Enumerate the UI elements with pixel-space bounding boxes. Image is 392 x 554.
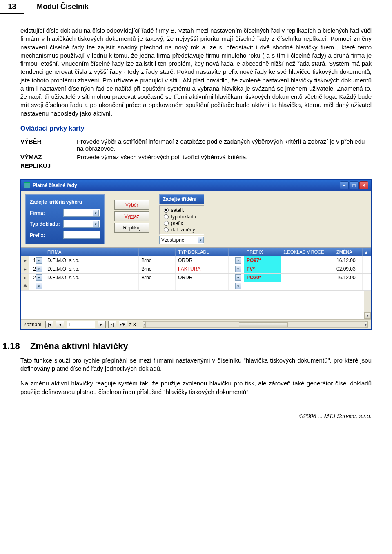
row-selector-new[interactable] xyxy=(21,282,29,290)
cell-typ-dd[interactable]: ▾ xyxy=(229,265,244,273)
chevron-down-icon[interactable]: ▾ xyxy=(36,274,42,281)
record-total: z 3 xyxy=(129,322,136,327)
close-button[interactable]: × xyxy=(359,181,368,189)
cell-scroll-gutter xyxy=(363,256,370,265)
sort-order-value: Vzestupně xyxy=(161,237,185,243)
cell-typ[interactable]: ORDR xyxy=(176,274,229,282)
cell-firma[interactable]: D.E.M.O. s.r.o. xyxy=(45,265,139,273)
cell-doklad[interactable] xyxy=(281,265,334,273)
row-selector[interactable]: ▸ xyxy=(21,265,29,273)
row-selector[interactable]: ▸ xyxy=(21,256,29,265)
cell-misto[interactable]: Brno xyxy=(139,274,176,282)
window-title: Platné číselné řady xyxy=(33,182,77,188)
col-selector xyxy=(21,248,29,256)
nav-prev-button[interactable]: ◂ xyxy=(56,321,64,328)
definitions-list: VÝBĚR Provede výběr a setřídění informac… xyxy=(20,138,372,169)
scroll-left-icon[interactable]: ◂ xyxy=(143,321,146,328)
cell-scroll-gutter xyxy=(363,274,370,282)
row-selector[interactable]: ▸ xyxy=(21,274,29,282)
cell-firma[interactable]: D.E.M.O. s.r.o. xyxy=(45,274,139,282)
radio-icon xyxy=(164,227,169,232)
chevron-down-icon[interactable]: ▾ xyxy=(235,283,241,289)
record-label: Záznam: xyxy=(24,322,43,327)
minimize-button[interactable]: – xyxy=(340,181,349,189)
header-title: Modul Číselník xyxy=(24,0,89,14)
cell-doklad[interactable] xyxy=(281,256,334,265)
maximize-button[interactable]: □ xyxy=(350,181,359,189)
cell-prefix[interactable]: FV* xyxy=(244,265,281,273)
cell-typ-dd[interactable]: ▾ xyxy=(229,274,244,282)
radio-prefix[interactable]: prefix xyxy=(164,220,200,226)
grid-header: FIRMA TYP DOKLADU PREFIX 1.DOKLAD V ROCE… xyxy=(21,248,371,256)
cell-zmena[interactable]: 16.12.00 xyxy=(334,274,363,282)
table-row[interactable]: ▸2 ▾D.E.M.O. s.r.o.BrnoORDR▾PO20*16.12.0… xyxy=(21,274,371,282)
cell-num[interactable]: 2 ▾ xyxy=(29,274,45,282)
input-prefix[interactable] xyxy=(63,231,100,239)
chevron-down-icon[interactable]: ▾ xyxy=(235,266,241,272)
table-row-new[interactable]: ▾▾ xyxy=(21,282,371,291)
table-row[interactable]: ▸2 ▾D.E.M.O. s.r.o.BrnoFAKTURA▾FV*02.09.… xyxy=(21,265,371,274)
horizontal-scrollbar[interactable]: ◂ ▸ xyxy=(143,321,368,328)
chevron-down-icon[interactable]: ▾ xyxy=(235,257,241,264)
radio-typ-dokladu[interactable]: typ dokladu xyxy=(164,214,200,220)
chevron-down-icon[interactable]: ▾ xyxy=(93,210,99,216)
radio-satelit[interactable]: satelit xyxy=(164,207,200,213)
cell-prefix[interactable]: PO97* xyxy=(244,256,281,265)
nav-position-input[interactable]: 1 xyxy=(67,321,95,328)
sort-heading: Zadejte třídění xyxy=(159,194,204,204)
input-firma[interactable]: ▾ xyxy=(63,209,100,217)
col-zmena[interactable]: ZMĚNA xyxy=(334,248,363,256)
vymaz-button[interactable]: Výmaz xyxy=(114,211,149,221)
cell-num[interactable]: 2 ▾ xyxy=(29,265,45,273)
nav-last-button[interactable]: ▸| xyxy=(108,321,116,328)
input-typ-dokladu[interactable]: ▾ xyxy=(63,220,100,228)
cell-firma[interactable]: D.E.M.O. s.r.o. xyxy=(45,256,139,265)
table-row[interactable]: ▸1 ▾D.E.M.O. s.r.o.BrnoORDR▾PO97*16.12.0… xyxy=(21,256,371,265)
col-scroll: ▴ xyxy=(363,248,370,256)
col-num[interactable] xyxy=(29,248,45,256)
col-1doklad[interactable]: 1.DOKLAD V ROCE xyxy=(281,248,334,256)
cell-typ-dd[interactable]: ▾ xyxy=(229,256,244,265)
cell-zmena[interactable]: 02.09.03 xyxy=(334,265,363,273)
cell-prefix[interactable]: PO20* xyxy=(244,274,281,282)
record-navigator: Záznam: |◂ ◂ 1 ▸ ▸| ▸✱ z 3 ◂ ▸ xyxy=(21,319,371,329)
replikuj-button[interactable]: Replikuj xyxy=(114,223,149,233)
cell-doklad[interactable] xyxy=(281,274,334,282)
scroll-thumb[interactable] xyxy=(239,322,288,327)
cell-num[interactable]: ▾ xyxy=(29,282,45,290)
chevron-down-icon[interactable]: ▾ xyxy=(93,221,99,227)
data-grid: FIRMA TYP DOKLADU PREFIX 1.DOKLAD V ROCE… xyxy=(21,247,371,329)
criteria-panel: Zadejte kritéria výběru Firma: ▾ Typ dok… xyxy=(25,194,105,244)
col-prefix[interactable]: PREFIX xyxy=(244,248,281,256)
chevron-down-icon[interactable]: ▾ xyxy=(36,257,42,264)
radio-icon xyxy=(164,208,169,213)
cell-typ[interactable]: FAKTURA xyxy=(176,265,229,273)
radio-dat-zmeny[interactable]: dat. změny xyxy=(164,227,200,233)
col-typ-dokladu[interactable]: TYP DOKLADU xyxy=(176,248,229,256)
scroll-down-icon[interactable]: ▾ xyxy=(364,312,371,319)
label-typ-dokladu: Typ dokladu: xyxy=(30,221,60,227)
def-term-vyber: VÝBĚR xyxy=(20,138,69,152)
col-dd xyxy=(229,248,244,256)
col-firma[interactable]: FIRMA xyxy=(45,248,139,256)
chevron-down-icon: ▾ xyxy=(198,237,204,243)
cell-misto[interactable]: Brno xyxy=(139,256,176,265)
cell-zmena[interactable]: 16.12.00 xyxy=(334,256,363,265)
scroll-right-icon[interactable]: ▸ xyxy=(365,321,368,328)
chevron-down-icon[interactable]: ▾ xyxy=(36,283,42,289)
col-misto[interactable] xyxy=(139,248,176,256)
cell-num[interactable]: 1 ▾ xyxy=(29,256,45,265)
def-term-vymaz: VÝMAZ xyxy=(20,154,69,160)
chevron-down-icon[interactable]: ▾ xyxy=(36,266,42,272)
cell-misto[interactable]: Brno xyxy=(139,265,176,273)
paragraph-main: existující číslo dokladu na číslo odpoví… xyxy=(20,27,372,118)
nav-first-button[interactable]: |◂ xyxy=(45,321,53,328)
nav-next-button[interactable]: ▸ xyxy=(98,321,106,328)
chevron-down-icon[interactable]: ▾ xyxy=(235,274,241,281)
sort-order-select[interactable]: Vzestupně ▾ xyxy=(159,236,204,244)
cell-typ[interactable]: ORDR xyxy=(176,256,229,265)
vertical-scrollbar[interactable]: ▾ xyxy=(364,291,371,319)
nav-new-button[interactable]: ▸✱ xyxy=(119,321,127,328)
def-desc-replikuj xyxy=(77,162,372,169)
vyber-button[interactable]: Výběr xyxy=(114,200,149,210)
